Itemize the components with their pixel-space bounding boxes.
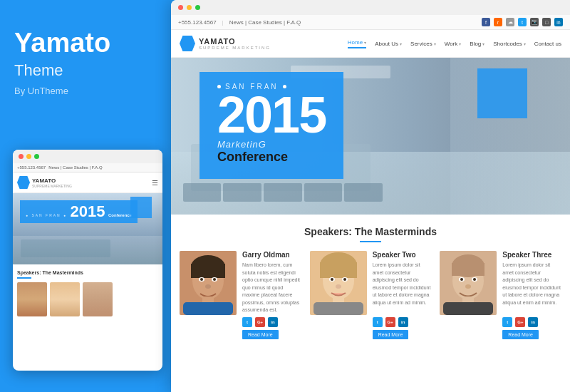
speaker-li-btn-1[interactable]: in: [268, 317, 278, 327]
mobile-year: 2015: [71, 202, 105, 220]
desktop-nav-links: Home ▾ About Us ▾ Services ▾ Work ▾ Blog…: [348, 39, 561, 48]
speaker-li-btn-2[interactable]: in: [398, 317, 408, 327]
speaker-card-1: Garry Oldman Nam libero lorem, cum solut…: [180, 251, 301, 339]
mobile-window-dots: [13, 150, 162, 163]
mobile-hero-overlay: ● SAN FRAN ● 2015 Conference: [20, 200, 138, 223]
read-more-btn-2[interactable]: Read More: [373, 330, 409, 339]
speaker-g-btn-1[interactable]: G+: [255, 317, 265, 327]
nav-home[interactable]: Home ▾: [348, 39, 366, 48]
chevron-work: ▾: [459, 41, 461, 46]
speaker-face-svg-3: [440, 251, 497, 315]
desktop-dot-yellow: [187, 5, 192, 10]
hero-conference: Conference: [217, 150, 288, 165]
mobile-face-2: [50, 282, 80, 316]
right-panel: +555.123.4567 | News | Case Studies | F.…: [171, 0, 570, 392]
speaker-photo-3: [440, 251, 497, 315]
svg-point-7: [213, 278, 216, 281]
speaker-tw-btn-3[interactable]: t: [502, 317, 512, 327]
speaker-social-1: t G+ in: [242, 317, 301, 327]
speaker-face-svg-1: [180, 251, 237, 315]
mobile-nav-links: News | Case Studies | F.A.Q: [48, 165, 102, 170]
theme-by: By UnTheme: [14, 86, 160, 96]
speaker-photo-2: [310, 251, 367, 315]
theme-subtitle: Theme: [14, 61, 160, 80]
desktop-dot-green: [195, 5, 200, 10]
desktop-nav: YAMATO SUPREME MARKETING Home ▾ About Us…: [171, 30, 570, 58]
desktop-logo-main: YAMATO: [199, 37, 271, 46]
mobile-logo-sub: SUPREME MARKETING: [32, 184, 72, 188]
mobile-hamburger-icon[interactable]: ☰: [152, 179, 158, 187]
desktop-phone: +555.123.4567: [178, 19, 217, 26]
speaker-face-svg-2: [310, 251, 367, 315]
speaker-social-2: t G+ in: [373, 317, 432, 327]
social-cloud-icon[interactable]: ☁: [506, 18, 514, 26]
chevron-about: ▾: [400, 41, 402, 46]
dot-yellow: [26, 154, 31, 159]
mobile-face-3: [83, 282, 113, 316]
speaker-card-3: Speaker Three Lorem ipsum dolor sit amet…: [440, 251, 561, 339]
speakers-grid: Garry Oldman Nam libero lorem, cum solut…: [180, 251, 561, 339]
hero-blue-block: [477, 68, 527, 118]
chevron-blog: ▾: [482, 41, 484, 46]
nav-work[interactable]: Work ▾: [445, 41, 462, 47]
mobile-speakers-title: Speakers: The Masterminds: [17, 270, 158, 275]
desktop-topbar-right: f r ☁ t 📷 □ in: [482, 18, 563, 26]
nav-about[interactable]: About Us ▾: [375, 41, 402, 47]
speakers-title: Speakers: The Masterminds: [180, 226, 561, 237]
desktop-logo-sub: SUPREME MARKETING: [199, 46, 271, 50]
read-more-btn-1[interactable]: Read More: [242, 330, 279, 339]
mobile-blue-block: [130, 197, 152, 218]
hero-year: 2015: [217, 91, 326, 139]
svg-point-8: [205, 284, 211, 289]
nav-blog[interactable]: Blog ▾: [470, 41, 484, 47]
speakers-section: Speakers: The Masterminds: [171, 215, 570, 346]
read-more-btn-3[interactable]: Read More: [502, 330, 539, 339]
svg-point-18: [343, 278, 346, 281]
svg-rect-3: [191, 264, 225, 278]
svg-rect-10: [183, 302, 233, 315]
speakers-divider: [360, 241, 381, 242]
chevron-home: ▾: [364, 40, 366, 45]
mobile-logo-icon: [17, 176, 30, 189]
dot-red: [19, 154, 24, 159]
svg-point-17: [331, 278, 333, 281]
nav-contact[interactable]: Contact us: [534, 41, 561, 47]
speaker-name-2: Speaker Two: [373, 251, 432, 259]
chevron-shortcodes: ▾: [524, 41, 526, 46]
mobile-speaker-row: [17, 282, 158, 316]
mobile-speakers: Speakers: The Masterminds: [13, 264, 162, 322]
svg-rect-32: [443, 302, 493, 315]
speaker-card-2: Speaker Two Lorem ipsum dolor sit amet c…: [310, 251, 432, 339]
svg-rect-21: [314, 302, 363, 315]
social-fb-icon[interactable]: f: [482, 18, 490, 26]
mobile-hero: ● SAN FRAN ● 2015 Conference: [13, 193, 162, 264]
hero-marketing: MarketinG: [217, 139, 266, 150]
svg-point-29: [473, 278, 476, 281]
speaker-desc-1: Nam libero lorem, cum soluta nobis est e…: [242, 262, 301, 314]
desktop-dot-red: [178, 5, 183, 10]
left-panel: Yamato Theme By UnTheme +555.123.4567 Ne…: [0, 0, 175, 392]
speaker-tw-btn-1[interactable]: t: [242, 317, 252, 327]
speaker-g-btn-2[interactable]: G+: [385, 317, 395, 327]
nav-shortcodes[interactable]: Shortcodes ▾: [493, 41, 525, 47]
speaker-tw-btn-2[interactable]: t: [373, 317, 383, 327]
speaker-g-btn-3[interactable]: G+: [515, 317, 525, 327]
speaker-li-btn-3[interactable]: in: [528, 317, 538, 327]
hero-overlay: SAN FRAN 2015 MarketinG Conference: [200, 72, 343, 179]
desktop-logo: YAMATO SUPREME MARKETING: [180, 36, 271, 51]
nav-services[interactable]: Services ▾: [410, 41, 436, 47]
mobile-nav: YAMATO SUPREME MARKETING ☰: [13, 172, 162, 193]
mobile-phone: +555.123.4567: [17, 165, 46, 170]
dot-green: [34, 154, 39, 159]
mobile-sanfran: ● SAN FRAN ●: [26, 213, 67, 217]
social-li-icon[interactable]: in: [554, 18, 563, 26]
svg-point-6: [200, 278, 203, 281]
svg-point-30: [465, 284, 471, 289]
social-sq-icon[interactable]: □: [542, 18, 551, 26]
svg-point-28: [460, 278, 463, 281]
social-tw-icon[interactable]: t: [518, 18, 527, 26]
social-rss-icon[interactable]: r: [494, 18, 502, 26]
desktop-logo-icon: [180, 36, 195, 51]
social-cam-icon[interactable]: 📷: [530, 18, 539, 26]
mobile-divider: [17, 277, 31, 279]
